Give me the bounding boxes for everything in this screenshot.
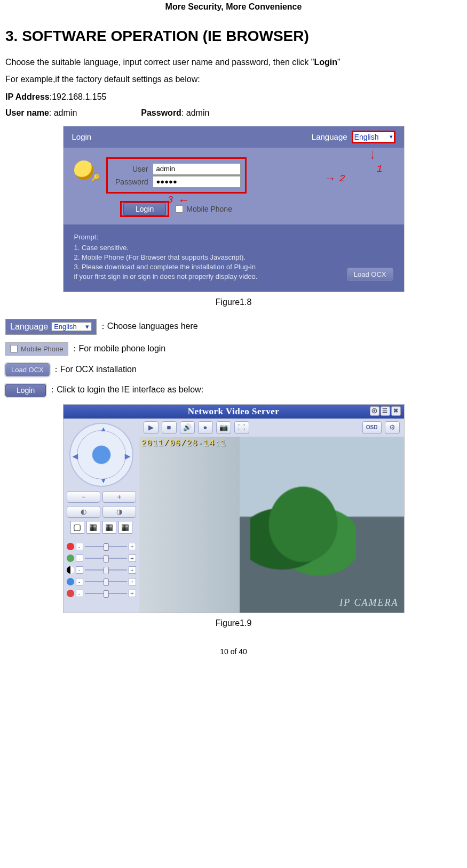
intro-text-end: " [337, 58, 341, 67]
document-header: More Security, More Convenience [5, 0, 462, 28]
layout-1[interactable]: ▢ [70, 521, 84, 534]
extra-icon [67, 590, 74, 597]
user-label: User name [5, 108, 49, 117]
brightness-icon [67, 543, 74, 550]
ptz-right-icon[interactable]: ▶ [125, 452, 130, 460]
video-timestamp: 2011/06/28-14:1 [141, 439, 226, 448]
marker-1: 1 [377, 164, 383, 174]
minus-icon[interactable]: - [76, 554, 83, 562]
password-line: Password: admin [141, 105, 209, 121]
language-value: English [354, 133, 379, 141]
figure-1-8-caption: Figure1.8 [5, 298, 462, 307]
viewer-title-text: Network Video Server [188, 406, 279, 416]
credentials-box: User admin Password ●●●●● [106, 157, 247, 194]
plus-icon[interactable]: + [129, 554, 136, 562]
arrow-3-icon: ← [178, 194, 190, 207]
legend-login-button[interactable]: Login [5, 384, 46, 397]
ptz-down-icon[interactable]: ▼ [100, 477, 107, 485]
login-screenshot: Login Language English ▾ ↓ 1 → 2 3 ← Use… [63, 126, 405, 292]
side-btn-b[interactable]: ◑ [102, 506, 136, 518]
password-input[interactable]: ●●●●● [153, 176, 241, 188]
title-icon-3[interactable]: ✖ [391, 406, 401, 416]
example-line: For example,if the factory default setti… [5, 71, 462, 87]
arrow-2-icon: → [324, 172, 336, 186]
login-header-bar: Login Language English ▾ [64, 126, 404, 148]
legend-lang-select[interactable]: English ▾ [51, 322, 92, 331]
minus-icon[interactable]: - [76, 543, 83, 550]
title-icon-2[interactable]: ☰ [381, 406, 390, 416]
load-ocx-button[interactable]: Load OCX [347, 268, 393, 281]
title-icon-1[interactable]: ⦿ [370, 406, 379, 416]
user-input[interactable]: admin [153, 163, 241, 175]
prompt-line-4: if your first sign in or sign in does no… [74, 272, 393, 280]
contrast-icon [67, 554, 74, 562]
snapshot-button[interactable]: 📷 [216, 421, 231, 434]
layout-4[interactable]: ▦ [86, 521, 100, 534]
record-button[interactable]: ● [198, 421, 213, 434]
login-word: Login [314, 58, 337, 67]
prompt-line-3: 3. Please download and complete the inst… [74, 263, 393, 271]
side-btn-plus[interactable]: ＋ [102, 491, 136, 503]
video-scene: 2011/06/28-14:1 IP CAMERA [139, 437, 404, 613]
login-form-area: ↓ 1 → 2 3 ← User admin Password ●●●●● [64, 148, 404, 224]
slider-brightness[interactable]: -+ [67, 543, 136, 550]
minus-icon[interactable]: - [76, 590, 83, 597]
settings-button[interactable]: ⚙ [385, 421, 400, 434]
legend-login-desc: ：Click to login the IE interface as belo… [48, 384, 203, 396]
slider-saturation[interactable]: -+ [67, 578, 136, 585]
legend-mobile-widget[interactable]: Mobile Phone [5, 342, 68, 356]
legend-mobile-desc: ：For mobile phone login [70, 343, 166, 355]
plus-icon[interactable]: + [129, 543, 136, 550]
ptz-wheel[interactable]: ▲ ▼ ◀ ▶ [69, 423, 133, 487]
plus-icon[interactable]: + [129, 566, 136, 574]
login-button[interactable]: Login [123, 203, 166, 215]
hue-icon [67, 566, 74, 574]
legend-language: Language English ▾ ：Choose languages her… [5, 319, 462, 335]
legend-lang-desc: ：Choose languages here [99, 321, 198, 332]
layout-9[interactable]: ▦ [102, 521, 116, 534]
dropdown-caret-icon: ▾ [85, 323, 89, 331]
viewer-title-bar: Network Video Server ⦿ ☰ ✖ [64, 405, 404, 419]
legend-language-widget: Language English ▾ [5, 319, 97, 335]
play-button[interactable]: ▶ [144, 421, 159, 434]
prompt-title: Prompt: [74, 233, 393, 241]
legend-ocx-desc: ：For OCX installation [52, 364, 137, 375]
ptz-up-icon[interactable]: ▲ [100, 425, 107, 433]
prompt-line-2: 2. Mobile Phone (For Browser that suppor… [74, 253, 393, 261]
plus-icon[interactable]: + [129, 590, 136, 597]
ip-label: IP Address [5, 92, 50, 101]
mobile-phone-label: Mobile Phone [186, 205, 232, 213]
legend-ocx: Load OCX ：For OCX installation [5, 363, 462, 376]
avatar-icon [74, 160, 93, 180]
viewer-sidebar: ▲ ▼ ◀ ▶ － ＋ ◐ ◑ ▢ ▦ ▦ ▦ -+ -+ -+ [64, 419, 139, 613]
ptz-left-icon[interactable]: ◀ [73, 452, 78, 460]
slider-contrast[interactable]: -+ [67, 554, 136, 562]
arrow-1-icon: ↓ [370, 146, 374, 163]
legend-ocx-button[interactable]: Load OCX [5, 363, 50, 376]
osd-button[interactable]: OSD [362, 421, 382, 434]
layout-16[interactable]: ▦ [118, 521, 132, 534]
saturation-icon [67, 578, 74, 585]
page-footer: 10 of 40 [5, 647, 462, 656]
login-title: Login [72, 132, 92, 141]
plus-icon[interactable]: + [129, 578, 136, 585]
user-value: : admin [49, 108, 77, 117]
checkbox-icon [10, 345, 18, 352]
speaker-button[interactable]: 🔊 [180, 421, 195, 434]
section-heading: 3. SOFTWARE OPERATION (IE BROWSER) [5, 28, 462, 45]
password-field-label: Password [111, 178, 153, 186]
fullscreen-button[interactable]: ⛶ [234, 421, 249, 434]
legend-login: Login ：Click to login the IE interface a… [5, 384, 462, 397]
slider-extra[interactable]: -+ [67, 590, 136, 597]
intro-text: Choose the suitable language, input corr… [5, 58, 314, 67]
side-btn-minus[interactable]: － [67, 491, 100, 503]
minus-icon[interactable]: - [76, 566, 83, 574]
prompt-line-1: 1. Case sensitive. [74, 244, 393, 252]
side-btn-a[interactable]: ◐ [67, 506, 100, 518]
scene-wall [139, 437, 240, 613]
language-select[interactable]: English ▾ [352, 131, 395, 143]
minus-icon[interactable]: - [76, 578, 83, 585]
slider-hue[interactable]: -+ [67, 566, 136, 574]
stop-button[interactable]: ■ [162, 421, 177, 434]
password-label: Password [141, 108, 181, 117]
